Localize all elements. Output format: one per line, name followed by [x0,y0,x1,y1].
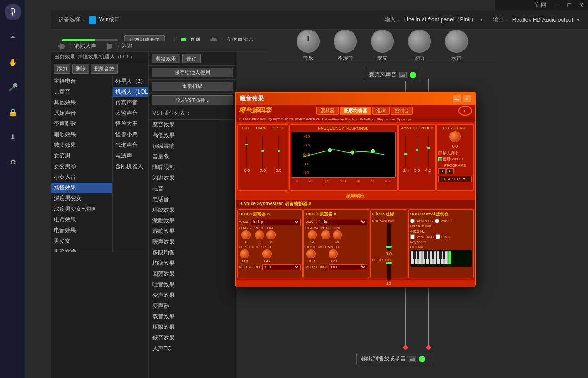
osc-a-wave-select[interactable]: Indigo [251,219,301,225]
sidebar-icon-download[interactable]: ⬇ [5,129,21,145]
waves-radio[interactable] [435,219,439,223]
delete-sound-button[interactable]: 删除音效 [91,64,118,74]
plugin-close-button[interactable]: ✕ [463,95,471,102]
effect-left-item[interactable]: 男变女净 [51,246,112,252]
osc-b-depth-knob[interactable] [306,249,316,258]
vst-list-item[interactable]: 压限效果 [149,322,236,333]
plugin-tab-control[interactable]: 控制台 [391,107,413,115]
effect-left-item[interactable]: 深度男变女+混响 [51,204,112,214]
effect-left-item[interactable]: 其他效果 [51,97,112,108]
monitor-knob[interactable] [408,30,431,53]
osc-b-speed-knob[interactable] [329,249,338,258]
save-button[interactable]: 保存 [182,54,201,63]
ring-checkbox[interactable] [436,234,440,239]
effect-left-item[interactable]: 深度男变女 [51,193,112,204]
effect-left-item[interactable]: 唱歌效果 [51,129,112,140]
close-button[interactable]: ✕ [579,1,584,9]
osc-b-wave-select[interactable]: Indigo [317,219,367,225]
noise-cancel-toggle[interactable] [58,43,71,50]
mic-knob[interactable] [371,30,394,53]
plugin-minimize-button[interactable]: — [453,95,461,102]
vst-list-item[interactable]: 人声EQ [149,343,236,351]
effect-left-item[interactable]: 男变女 [51,236,112,246]
vst-list-item[interactable]: 魔音效果 [149,120,236,130]
osc-b-pitch-knob[interactable] [321,230,330,239]
vst-list-item[interactable]: 低音效果 [149,333,236,343]
osc-a-coarse-knob[interactable] [241,230,251,239]
input-value[interactable]: Line in at front panel（Pink） [404,16,476,24]
import-vst-button[interactable]: 导入VST插件... [152,95,233,105]
vst-list-item[interactable]: 混响效果 [149,226,236,237]
save-for-others-button[interactable]: 保存给他人使用 [152,68,233,77]
vst-list-item[interactable]: 激励效果 [149,215,236,226]
new-effect-button[interactable]: 新建效果 [152,54,180,63]
effect-left-item[interactable]: 搞怪效果 [51,183,112,193]
sidebar-icon-settings[interactable]: ⚙ [5,154,21,170]
effect-left-item[interactable]: 电话效果 [51,214,112,225]
plugin-tab-mixer[interactable]: 混频器 [316,107,339,115]
fb-knob[interactable] [449,131,461,142]
record-knob[interactable] [445,30,468,53]
prev-program-button[interactable]: ◄ [438,168,446,174]
vst-list-item[interactable]: 回荡效果 [149,269,236,279]
samples-radio[interactable] [410,219,415,223]
effect-left-item[interactable]: 原始声音 [51,108,112,119]
vst-list-item[interactable]: 顶级混响 [149,141,236,151]
sidebar-icon-effects[interactable]: ✦ [5,29,21,45]
vst-list-item[interactable]: 高低效果 [149,130,236,141]
effect-left-item[interactable]: 女变男净 [51,161,112,172]
vst-list-item[interactable]: 均衡效果 [149,258,236,269]
vst-list-item[interactable]: 变声效果 [149,290,236,301]
osc-a-depth-knob[interactable] [240,249,249,258]
osc-b-mod-source-select[interactable]: OFF [329,264,367,270]
delete-effect-button[interactable]: 删除 [72,64,89,74]
sync-ab-checkbox[interactable] [410,234,415,239]
use-synth-checkbox[interactable] [438,158,442,161]
rescan-button[interactable]: 重新扫描 [152,82,233,91]
vst-list-item[interactable]: 闪避效果 [149,173,236,183]
vst-list-item[interactable]: 降噪限制 [149,162,236,173]
effect-left-item[interactable]: 小黄人音 [51,172,112,183]
sidebar-icon-hand[interactable]: ✋ [5,54,21,70]
sidebar-icon-logo[interactable]: 🎙 [5,4,21,20]
osc-b-coarse-knob[interactable] [308,230,317,239]
osc-a-speed-knob[interactable] [262,249,272,258]
presets-button[interactable]: PRESETS ▼ [438,176,472,182]
vst-list-item[interactable]: 哇音效果 [149,279,236,290]
vst-list-item[interactable]: 电音 [149,183,236,194]
osc-b-fine-knob[interactable] [333,230,342,239]
osc-a-fine-knob[interactable] [266,230,276,239]
maximize-button[interactable]: □ [568,1,571,9]
sidebar-icon-mic[interactable]: 🎤 [5,79,21,95]
osc-a-mod-source-select[interactable]: OFF [262,264,301,270]
input-dropdown-icon[interactable]: ▼ [479,17,484,22]
input-rotate-checkbox[interactable] [438,151,442,155]
effect-left-item[interactable]: 儿童音 [51,87,112,97]
minimize-button[interactable]: — [554,1,560,9]
plugin-tab-reverb[interactable]: 混响 [372,107,390,115]
sidebar-icon-lock[interactable]: 🔒 [5,104,21,120]
vst-list-item[interactable]: 暖声效果 [149,237,236,247]
effect-left-item[interactable]: 电音效果 [51,225,112,236]
effect-left-item[interactable]: 主持电台 [51,76,112,87]
vst-list-item[interactable]: 双音效果 [149,311,236,322]
vst-list-item[interactable]: 变声器 [149,301,236,311]
effect-left-item[interactable]: 喊麦效果 [51,140,112,151]
vst-list-item[interactable]: 环绕效果 [149,205,236,215]
music-knob[interactable] [297,30,320,53]
add-effect-button[interactable]: 添加 [54,64,70,74]
vst-list-item[interactable]: 多段均衡 [149,247,236,258]
plugin-tab-eq[interactable]: 图形均衡器 [340,107,371,115]
vst-list-item[interactable]: 音量条 [149,151,236,162]
osc-a-pitch-knob[interactable] [255,230,264,239]
next-program-button[interactable]: ► [446,168,454,174]
nomix-knob[interactable] [334,30,357,53]
win-icon [89,16,96,24]
effect-left-item[interactable]: 女变男 [51,151,112,161]
output-value[interactable]: Realtek HD Audio output [512,17,573,23]
output-bar-icon [409,356,416,362]
output-dropdown-icon[interactable]: ▼ [576,17,581,22]
effect-left-item[interactable]: 变声唱歌 [51,119,112,129]
vst-list-item[interactable]: 电话音 [149,194,236,205]
flash-avoid-toggle[interactable] [106,43,119,50]
